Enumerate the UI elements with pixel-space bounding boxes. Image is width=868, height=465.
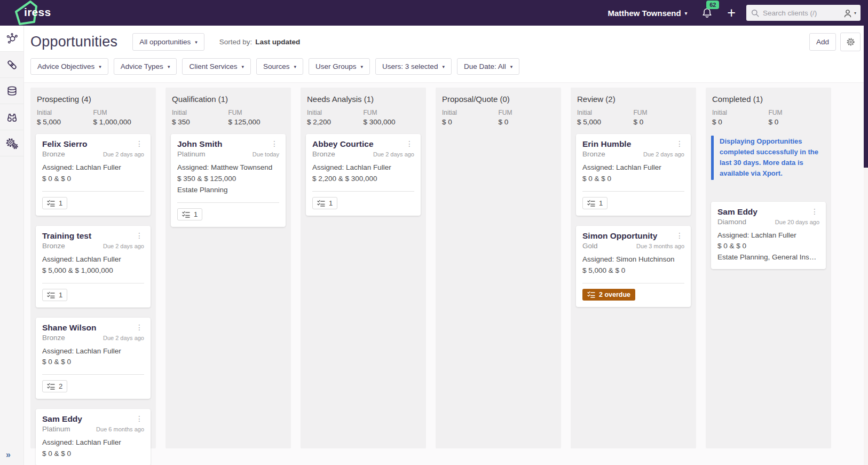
card-divider [582,283,684,283]
card-name[interactable]: Felix Sierro [42,139,135,149]
task-count: 1 [59,199,62,207]
column-initial-label: Initial [307,109,364,116]
kanban-board: Prospecting (4) Initial FUM $ 5,000 $ 1,… [30,88,868,448]
card-tier: Platinum [42,425,70,433]
iress-logo[interactable]: iress [6,0,56,26]
task-count-badge[interactable]: 1 [312,197,337,209]
card-amounts: $ 350 & $ 125,000 [177,174,279,184]
user-menu-button[interactable]: Matthew Townsend ▾ [607,9,687,18]
filter-user-groups[interactable]: User Groups▾ [309,58,370,75]
opportunity-card[interactable]: Shane Wilson ⋮ Bronze Due 2 days ago Ass… [36,318,151,399]
opportunity-card[interactable]: Felix Sierro ⋮ Bronze Due 2 days ago Ass… [36,134,151,216]
user-menu-label: Matthew Townsend [607,9,681,18]
card-assigned: Assigned: Lachlan Fuller [42,346,144,357]
column-stats: Initial FUM $ 0 $ 0 [712,109,825,126]
card-name[interactable]: Sam Eddy [717,207,810,217]
sidebar-item-network[interactable] [0,26,23,52]
board-settings-button[interactable] [840,33,861,51]
card-name[interactable]: Abbey Courtice [312,139,405,149]
column-fum-value: $ 0 [769,118,825,126]
card-title-row: Abbey Courtice ⋮ [312,139,414,149]
opportunity-card[interactable]: John Smith ⋮ Platinum Due today Assigned… [171,134,286,227]
task-count: 2 [59,382,62,390]
sidebar-expand-button[interactable]: » [6,450,10,460]
filter-users[interactable]: Users: 3 selected▾ [375,58,452,75]
opportunity-card[interactable]: Simon Opportunity ⋮ Gold Due 3 months ag… [576,226,691,307]
card-name[interactable]: Training test [42,231,135,241]
filter-sources[interactable]: Sources▾ [256,58,303,75]
opportunity-card[interactable]: Training test ⋮ Bronze Due 2 days ago As… [36,226,151,308]
task-count-badge[interactable]: 1 [42,197,67,209]
card-name[interactable]: Simon Opportunity [582,231,675,241]
card-title-row: Simon Opportunity ⋮ [582,231,684,241]
overdue-tasks-badge[interactable]: 2 overdue [582,289,635,301]
card-name[interactable]: John Smith [177,139,270,149]
task-count-badge[interactable]: 1 [177,208,202,220]
scrollbar-thumb[interactable] [864,26,868,168]
card-amounts: $ 2,200 & $ 300,000 [312,174,414,184]
kebab-menu-icon[interactable]: ⋮ [135,323,144,332]
task-count-badge[interactable]: 2 [42,380,67,392]
card-assigned: Assigned: Lachlan Fuller [717,231,819,241]
column-fum-label: FUM [364,109,420,116]
column-header: Needs Analysis (1) Initial FUM $ 2,200 $… [301,88,426,129]
note-text: Displaying Opportunities completed succe… [714,136,826,180]
task-count: 1 [59,291,62,299]
sidebar-item-links[interactable] [0,52,23,78]
kebab-menu-icon[interactable]: ⋮ [675,139,684,148]
sidebar-item-data[interactable] [0,78,23,104]
card-tier: Bronze [312,150,335,158]
sidebar-item-settings[interactable] [0,130,23,156]
kebab-menu-icon[interactable]: ⋮ [135,414,144,423]
search-scope-button[interactable]: ▾ [843,9,856,18]
card-due-date: Due 2 days ago [643,151,684,157]
column-header: Completed (1) Initial FUM $ 0 $ 0 [706,88,831,129]
column-initial-value: $ 0 [442,118,499,126]
kebab-menu-icon[interactable]: ⋮ [810,207,819,216]
filter-due-date[interactable]: Due Date: All▾ [457,58,519,75]
card-divider [42,191,144,192]
view-selector-dropdown[interactable]: All opportunities ▾ [132,33,204,51]
task-count-badge[interactable]: 1 [582,197,607,209]
filter-label: User Groups [315,62,357,70]
filter-advice-types[interactable]: Advice Types▾ [114,58,177,75]
page-toolbar: Opportunities All opportunities ▾ Sorted… [30,33,861,51]
card-subtitle-row: Bronze Due 2 days ago [42,150,144,158]
binoculars-icon [6,111,18,123]
kebab-menu-icon[interactable]: ⋮ [405,139,414,148]
card-name[interactable]: Shane Wilson [42,323,135,333]
kebab-menu-icon[interactable]: ⋮ [135,231,144,240]
notifications-button[interactable]: 62 [701,7,713,19]
opportunity-card[interactable]: Abbey Courtice ⋮ Bronze Due 2 days ago A… [306,134,421,216]
task-count-badge[interactable]: 1 [42,289,67,301]
kebab-menu-icon[interactable]: ⋮ [270,139,279,148]
app-header: iress Matthew Townsend ▾ 62 + ▾ [0,0,868,26]
opportunity-card[interactable]: Sam Eddy ⋮ Diamond Due 20 days ago Assig… [711,202,826,270]
kebab-menu-icon[interactable]: ⋮ [135,139,144,148]
filter-advice-objectives[interactable]: Advice Objectives▾ [30,58,108,75]
sidebar-item-research[interactable] [0,104,23,130]
filter-client-services[interactable]: Client Services▾ [182,58,251,75]
board-column: Qualification (1) Initial FUM $ 350 $ 12… [165,88,291,448]
opportunity-card[interactable]: Erin Humble ⋮ Bronze Due 2 days ago Assi… [576,134,691,216]
page-chrome: Opportunities All opportunities ▾ Sorted… [24,26,868,82]
kebab-menu-icon[interactable]: ⋮ [675,231,684,240]
opportunity-card[interactable]: Sam Eddy ⋮ Platinum Due 6 months ago Ass… [36,409,151,465]
main-content: Opportunities All opportunities ▾ Sorted… [24,26,868,465]
add-new-button[interactable]: + [727,6,736,20]
caret-down-icon: ▾ [195,40,198,45]
checklist-icon [182,211,190,218]
add-opportunity-button[interactable]: Add [809,33,836,51]
card-subtitle-row: Platinum Due today [177,150,279,158]
search-input[interactable] [763,9,840,17]
card-name[interactable]: Erin Humble [582,139,675,149]
column-header: Qualification (1) Initial FUM $ 350 $ 12… [165,88,291,129]
card-assigned: Assigned: Simon Hutchinson [582,255,684,265]
search-icon [751,9,760,18]
board-scroll-area[interactable]: Prospecting (4) Initial FUM $ 5,000 $ 1,… [24,82,868,465]
client-search[interactable]: ▾ [746,5,861,21]
card-name[interactable]: Sam Eddy [42,414,135,424]
card-amounts: $ 0 & $ 0 [582,174,684,184]
vertical-scrollbar[interactable] [864,26,868,465]
checklist-icon [587,291,595,298]
